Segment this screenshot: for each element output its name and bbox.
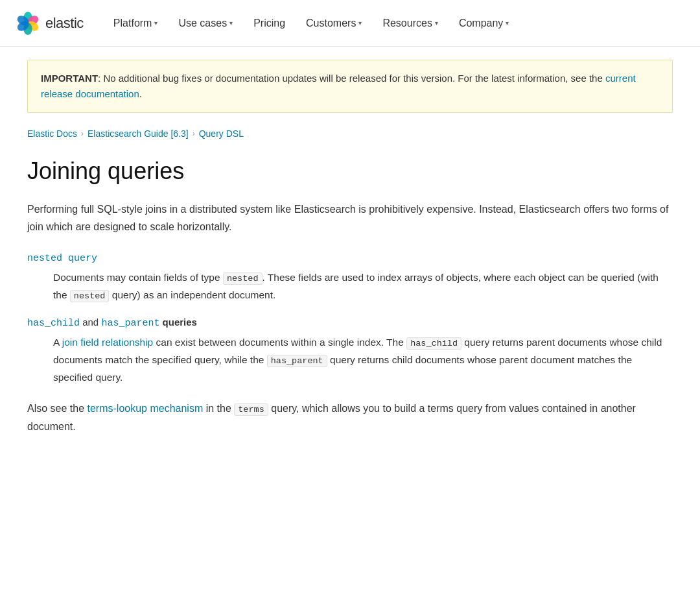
breadcrumb-item-es-guide[interactable]: Elasticsearch Guide [6.3] (88, 128, 189, 139)
breadcrumb-item-query-dsl[interactable]: Query DSL (199, 128, 244, 139)
logo[interactable]: elastic (16, 11, 84, 36)
nav-customers-label: Customers (306, 18, 356, 29)
chevron-down-icon: ▾ (229, 19, 233, 27)
has-child-link[interactable]: has_child (27, 318, 80, 329)
banner-text-before: : No additional bug fixes or documentati… (98, 73, 603, 84)
queries-label: queries (159, 317, 197, 328)
nav-item-resources[interactable]: Resources ▾ (373, 12, 447, 34)
has-child-parent-desc: A join field relationship can exist betw… (53, 334, 673, 386)
breadcrumb-separator: › (81, 129, 84, 138)
and-text: and (80, 317, 101, 328)
section-nested-query: nested query Documents may contain field… (27, 252, 673, 304)
also-see-prefix: Also see the (27, 403, 88, 414)
has-child-code: has_child (406, 337, 461, 350)
nested-code-inline: nested (70, 290, 110, 302)
also-see-mid1: in the (203, 403, 234, 414)
nav-item-pricing[interactable]: Pricing (244, 12, 294, 34)
terms-lookup-link[interactable]: terms-lookup mechanism (88, 403, 204, 414)
chevron-down-icon: ▾ (506, 19, 509, 27)
intro-text: Performing full SQL-style joins in a dis… (27, 200, 673, 235)
nav-platform-label: Platform (113, 18, 152, 29)
nested-query-link[interactable]: nested query (27, 253, 97, 264)
logo-text: elastic (45, 15, 84, 32)
navbar: elastic Platform ▾ Use cases ▾ Pricing C… (0, 0, 700, 47)
chevron-down-icon: ▾ (154, 19, 158, 27)
nav-item-usecases[interactable]: Use cases ▾ (169, 12, 242, 34)
chevron-down-icon: ▾ (358, 19, 362, 27)
elastic-logo-icon (16, 11, 40, 36)
banner-text-after: . (139, 88, 142, 99)
nav-company-label: Company (459, 18, 503, 29)
has-parent-code: has_parent (267, 355, 327, 367)
nav-item-customers[interactable]: Customers ▾ (297, 12, 371, 34)
section-has-child-parent: has_child and has_parent queries A join … (27, 317, 673, 386)
nested-query-heading: nested query (27, 252, 673, 264)
important-banner: IMPORTANT: No additional bug fixes or do… (27, 60, 673, 113)
nav-links: Platform ▾ Use cases ▾ Pricing Customers… (104, 12, 519, 34)
terms-code: terms (234, 403, 268, 416)
breadcrumb-item-elastic-docs[interactable]: Elastic Docs (27, 128, 77, 139)
nested-query-desc: Documents may contain fields of type nes… (53, 269, 673, 304)
nav-item-platform[interactable]: Platform ▾ (104, 12, 167, 34)
nav-item-company[interactable]: Company ▾ (450, 12, 518, 34)
chevron-down-icon: ▾ (435, 19, 438, 27)
nav-pricing-label: Pricing (253, 18, 285, 29)
nav-resources-label: Resources (382, 18, 432, 29)
has-child-parent-heading: has_child and has_parent queries (27, 317, 673, 329)
join-field-relationship-link[interactable]: join field relationship (62, 337, 153, 348)
banner-bold: IMPORTANT (41, 73, 98, 84)
nested-type-link[interactable]: nested (223, 272, 262, 283)
page-content: IMPORTANT: No additional bug fixes or do… (6, 60, 694, 435)
nav-usecases-label: Use cases (178, 18, 227, 29)
page-title: Joining queries (27, 157, 673, 185)
also-see-paragraph: Also see the terms-lookup mechanism in t… (27, 400, 673, 435)
breadcrumb-separator: › (192, 129, 195, 138)
has-parent-link[interactable]: has_parent (101, 318, 159, 329)
breadcrumb: Elastic Docs › Elasticsearch Guide [6.3]… (27, 128, 673, 139)
